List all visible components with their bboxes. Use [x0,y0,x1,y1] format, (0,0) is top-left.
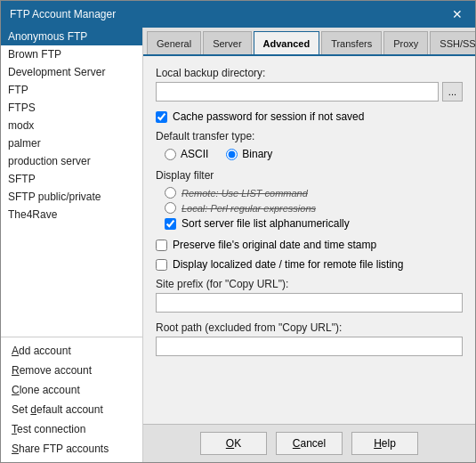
dialog-title: FTP Account Manager [10,8,116,20]
root-path-label: Root path (excluded from "Copy URL"): [156,321,463,334]
tab-proxy[interactable]: Proxy [383,31,428,54]
main-content: Anonymous FTPBrown FTPDevelopment Server… [1,28,475,462]
share-accounts-button[interactable]: Share FTP accounts [1,439,142,459]
account-item[interactable]: production server [1,152,142,170]
preserve-date-label: Preserve file's original date and time s… [173,239,376,251]
site-prefix-input[interactable] [156,293,463,313]
account-item[interactable]: Anonymous FTP [1,28,142,45]
sidebar: Anonymous FTPBrown FTPDevelopment Server… [1,28,143,462]
cache-password-label: Cache password for session if not saved [173,110,364,123]
tab-advanced[interactable]: Advanced [254,31,320,54]
preserve-date-row: Preserve file's original date and time s… [156,239,463,251]
ftp-account-manager-dialog: FTP Account Manager ✕ Anonymous FTPBrown… [0,0,476,463]
local-filter-label: Local: Perl regular expressions [182,203,316,214]
transfer-type-radios: ASCII Binary [165,148,463,160]
cache-password-row: Cache password for session if not saved [156,110,463,123]
display-localized-row: Display localized date / time for remote… [156,258,463,271]
account-item[interactable]: palmer [1,134,142,152]
account-item[interactable]: Brown FTP [1,45,142,63]
advanced-panel: Local backup directory: ... Cache passwo… [143,56,475,424]
binary-radio-row: Binary [226,148,272,160]
account-item[interactable]: SFTP public/private [1,188,142,206]
account-item[interactable]: FTPS [1,99,142,117]
local-backup-row: ... [156,82,463,102]
remote-filter-radio[interactable] [165,187,176,199]
account-list: Anonymous FTPBrown FTPDevelopment Server… [1,28,142,337]
site-prefix-group: Site prefix (for "Copy URL"): [156,278,463,313]
binary-label: Binary [242,148,272,160]
transfer-type-label: Default transfer type: [156,130,463,142]
sort-alpha-checkbox[interactable] [165,218,176,230]
account-item[interactable]: The4Rave [1,206,142,223]
bottom-bar: OK Cancel Help [143,424,475,462]
site-prefix-label: Site prefix (for "Copy URL"): [156,278,463,290]
tab-bar: GeneralServerAdvancedTransfersProxySSH/S… [143,28,475,56]
ok-button[interactable]: OK [200,432,267,455]
local-filter-row: Local: Perl regular expressions [165,202,463,214]
remote-filter-label: Remote: Use LIST command [182,188,308,199]
sort-alpha-label: Sort server file list alphanumerically [182,217,350,230]
display-filter-section: Display filter Remote: Use LIST command … [156,169,463,230]
display-localized-checkbox[interactable] [156,259,167,271]
ascii-label: ASCII [181,148,208,160]
display-filter-label: Display filter [156,169,463,182]
clone-account-button[interactable]: Clone account [1,380,142,400]
tab-server[interactable]: Server [203,31,251,54]
display-localized-label: Display localized date / time for remote… [173,258,403,271]
close-button[interactable]: ✕ [448,8,466,20]
remote-filter-row: Remote: Use LIST command [165,187,463,199]
account-item[interactable]: Development Server [1,63,142,81]
help-button[interactable]: Help [351,432,418,455]
sort-row: Sort server file list alphanumerically [165,217,463,230]
account-item[interactable]: FTP [1,81,142,99]
account-item[interactable]: modx [1,117,142,134]
tab-general[interactable]: General [147,31,201,54]
browse-button[interactable]: ... [442,82,463,102]
set-default-button[interactable]: Set default account [1,400,142,419]
local-filter-radio[interactable] [165,202,176,214]
local-backup-group: Local backup directory: ... [156,67,463,102]
add-account-button[interactable]: Add account [1,341,142,361]
root-path-input[interactable] [156,337,463,356]
sidebar-buttons: Add accountRemove accountClone accountSe… [1,337,142,462]
transfer-type-group: Default transfer type: ASCII Binary [156,130,463,160]
ascii-radio-row: ASCII [165,148,208,160]
cancel-button[interactable]: Cancel [276,432,343,455]
right-panel: GeneralServerAdvancedTransfersProxySSH/S… [143,28,475,462]
title-bar: FTP Account Manager ✕ [1,1,475,28]
cache-password-checkbox[interactable] [156,111,167,123]
account-item[interactable]: SFTP [1,170,142,188]
binary-radio[interactable] [226,149,238,160]
remove-account-button[interactable]: Remove account [1,361,142,380]
root-path-group: Root path (excluded from "Copy URL"): [156,321,463,356]
test-connection-button[interactable]: Test connection [1,419,142,439]
preserve-date-checkbox[interactable] [156,240,167,251]
local-backup-label: Local backup directory: [156,67,463,79]
tab-ssh/ssl[interactable]: SSH/SSL [430,31,475,54]
ascii-radio[interactable] [165,149,176,160]
local-backup-input[interactable] [156,82,439,102]
tab-transfers[interactable]: Transfers [321,31,382,54]
